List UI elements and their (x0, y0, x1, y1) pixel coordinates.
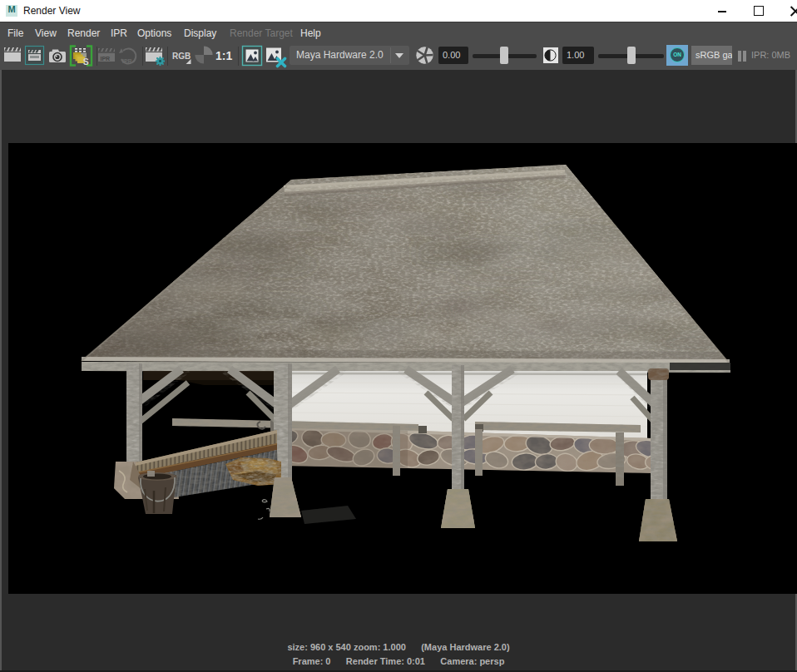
svg-text:IPR: IPR (101, 56, 111, 62)
svg-text:RGB: RGB (172, 52, 191, 61)
svg-text:S: S (83, 57, 89, 67)
svg-text:1:1: 1:1 (215, 49, 232, 62)
svg-text:IPR: IPR (122, 58, 132, 64)
